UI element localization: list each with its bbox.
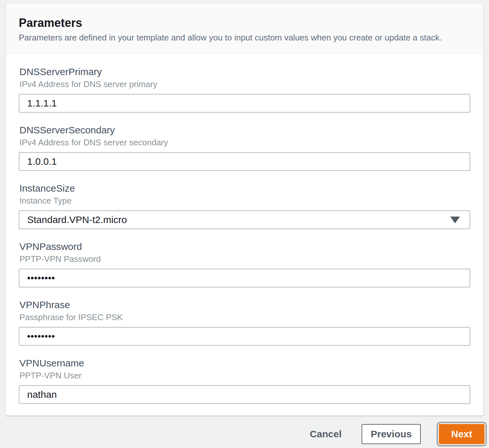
field-description: PPTP-VPN User <box>19 370 470 381</box>
field-instancesize: InstanceSize Instance Type Standard.VPN-… <box>19 183 470 229</box>
field-label: DNSServerSecondary <box>19 124 470 136</box>
dnsserverprimary-input[interactable] <box>19 94 470 113</box>
field-description: Instance Type <box>19 196 470 206</box>
instancesize-select[interactable]: Standard.VPN-t2.micro <box>19 210 470 229</box>
wizard-actions: Cancel Previous Next <box>0 424 489 444</box>
field-description: IPv4 Address for DNS server secondary <box>19 137 470 148</box>
dropdown-caret-icon <box>450 217 460 223</box>
field-vpnusername: VPNUsername PPTP-VPN User <box>19 357 470 404</box>
previous-button[interactable]: Previous <box>362 424 421 444</box>
field-label: VPNPhrase <box>19 299 470 311</box>
field-label: VPNPassword <box>19 241 470 252</box>
field-description: Passphrase for IPSEC PSK <box>19 312 470 322</box>
page-title: Parameters <box>19 16 470 30</box>
instancesize-selected-value: Standard.VPN-t2.micro <box>27 214 127 225</box>
field-label: DNSServerPrimary <box>19 66 470 78</box>
field-description: IPv4 Address for DNS server primary <box>19 79 470 89</box>
field-description: PPTP-VPN Password <box>19 254 470 264</box>
panel-header: Parameters Parameters are defined in you… <box>6 3 483 54</box>
vpnphrase-input[interactable] <box>19 327 470 346</box>
field-label: InstanceSize <box>19 183 470 194</box>
vpnusername-input[interactable] <box>19 385 470 404</box>
field-label: VPNUsername <box>19 357 470 369</box>
field-dnsserversecondary: DNSServerSecondary IPv4 Address for DNS … <box>19 124 470 171</box>
vpnpassword-input[interactable] <box>19 269 470 287</box>
parameters-form: DNSServerPrimary IPv4 Address for DNS se… <box>6 54 483 416</box>
field-vpnphrase: VPNPhrase Passphrase for IPSEC PSK <box>19 299 470 346</box>
field-vpnpassword: VPNPassword PPTP-VPN Password <box>19 241 470 287</box>
parameters-panel: Parameters Parameters are defined in you… <box>6 3 483 416</box>
field-dnsserverprimary: DNSServerPrimary IPv4 Address for DNS se… <box>19 66 470 113</box>
panel-description: Parameters are defined in your template … <box>19 32 470 43</box>
cancel-button[interactable]: Cancel <box>303 429 349 439</box>
dnsserversecondary-input[interactable] <box>19 152 470 171</box>
next-button[interactable]: Next <box>439 424 484 444</box>
